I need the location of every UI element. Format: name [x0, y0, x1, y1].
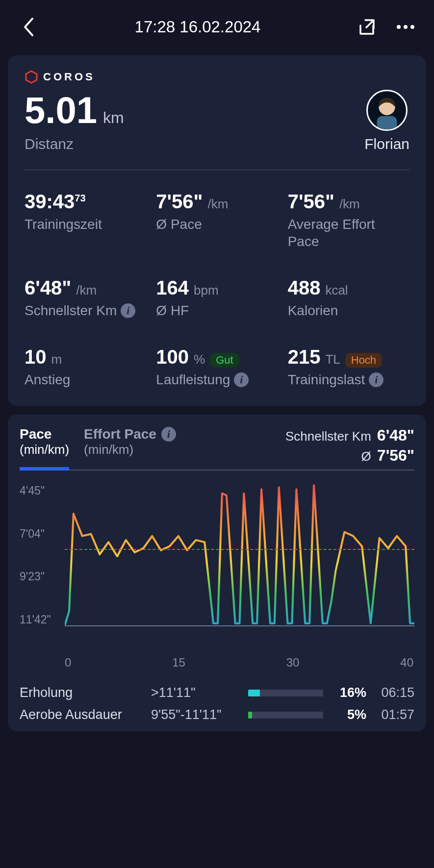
zone-fill	[248, 690, 260, 696]
info-icon[interactable]: i	[369, 372, 383, 387]
x-tick: 0	[65, 656, 71, 670]
tabs: Pace (min/km) Effort Pace i (min/km) Sch…	[20, 426, 414, 471]
info-icon[interactable]: i	[161, 427, 176, 442]
metric-value: 39:4373	[25, 191, 86, 213]
header-title: 17:28 16.02.2024	[135, 18, 261, 36]
metric-unit: %	[194, 352, 205, 367]
metric-label: Schnellster Kmi	[25, 302, 146, 319]
y-axis-labels: 4'45"7'04"9'23"11'42"	[20, 484, 64, 626]
metric-unit: /km	[208, 197, 229, 212]
avatar	[366, 90, 408, 131]
metric-label: Ø Pace	[156, 216, 278, 233]
divider	[25, 170, 409, 170]
metric-cell: 7'56"/kmAverage Effort Pace	[288, 191, 409, 250]
metric-cell: 215TLHochTrainingslasti	[288, 346, 409, 388]
chart-line	[65, 484, 414, 625]
metric-label: Average Effort Pace	[288, 216, 409, 250]
zone-pct: 5%	[332, 707, 366, 722]
zone-time: 01:57	[375, 707, 414, 722]
summary-card: COROS 5.01 km Distanz Florian 39:4373Tra…	[8, 55, 426, 406]
pace-chart[interactable]: 4'45"7'04"9'23"11'42"	[20, 484, 414, 651]
plot-area	[65, 484, 414, 626]
y-tick: 9'23"	[20, 570, 64, 583]
metric-value: 7'56"	[288, 191, 334, 213]
tab-pace[interactable]: Pace (min/km)	[20, 426, 69, 471]
svg-rect-4	[377, 116, 397, 129]
metric-unit: bpm	[194, 283, 219, 298]
zone-pct: 16%	[332, 685, 366, 700]
metric-label: Trainingslasti	[288, 371, 409, 388]
info-icon[interactable]: i	[121, 303, 135, 318]
y-tick: 7'04"	[20, 527, 64, 541]
brand-logo: COROS	[25, 70, 409, 84]
metric-cell: 100%GutLaufleistungi	[156, 346, 278, 388]
metric-unit: /km	[339, 197, 360, 212]
metric-cell: 7'56"/kmØ Pace	[156, 191, 278, 250]
x-tick: 40	[400, 656, 413, 670]
distance-unit: km	[103, 109, 124, 127]
share-button[interactable]	[356, 16, 378, 38]
metric-label: Laufleistungi	[156, 371, 278, 388]
zone-range: >11'11"	[151, 685, 239, 700]
y-tick: 11'42"	[20, 613, 64, 626]
zone-row: Aerobe Ausdauer9'55"-11'11"5%01:57	[20, 707, 414, 722]
metric-cell: 6'48"/kmSchnellster Kmi	[25, 277, 146, 319]
metric-label: Anstieg	[25, 371, 146, 388]
metric-cell: 10mAnstieg	[25, 346, 146, 388]
status-badge: Hoch	[345, 353, 382, 368]
metric-value: 7'56"	[156, 191, 203, 213]
zone-fill	[248, 712, 252, 719]
metric-value: 10	[25, 346, 47, 368]
metric-unit: m	[51, 352, 62, 367]
svg-point-2	[410, 25, 414, 29]
metric-label: Trainingszeit	[25, 216, 146, 233]
zone-time: 06:15	[375, 685, 414, 700]
metric-value: 6'48"	[25, 277, 71, 299]
header-bar: 17:28 16.02.2024	[0, 0, 434, 54]
x-tick: 30	[286, 656, 300, 670]
chart-summary: Schnellster Km 6'48" Ø 7'56"	[285, 426, 414, 470]
chart-card: Pace (min/km) Effort Pace i (min/km) Sch…	[8, 415, 426, 731]
y-tick: 4'45"	[20, 484, 64, 497]
zone-name: Erholung	[20, 685, 142, 700]
x-axis-labels: 0153040	[20, 656, 414, 670]
user-name: Florian	[364, 136, 409, 152]
avatar-icon	[368, 90, 406, 129]
back-button[interactable]	[18, 16, 39, 38]
zone-name: Aerobe Ausdauer	[20, 707, 142, 722]
zone-row: Erholung>11'11"16%06:15	[20, 685, 414, 700]
metric-cell: 488kcalKalorien	[288, 277, 409, 319]
metric-value: 488	[288, 277, 321, 299]
more-button[interactable]	[395, 16, 416, 38]
zone-bar	[248, 690, 323, 696]
x-tick: 15	[172, 656, 185, 670]
metric-cell: 39:4373Trainingszeit	[25, 191, 146, 250]
svg-point-0	[397, 25, 401, 29]
svg-marker-3	[26, 71, 37, 83]
user-block[interactable]: Florian	[364, 90, 409, 152]
zone-range: 9'55"-11'11"	[151, 707, 239, 722]
coros-icon	[25, 70, 38, 84]
chevron-left-icon	[23, 17, 34, 37]
info-icon[interactable]: i	[234, 372, 249, 387]
status-badge: Gut	[210, 353, 239, 368]
metric-value: 215	[288, 346, 321, 368]
metric-unit: TL	[325, 352, 340, 367]
share-icon	[357, 17, 377, 37]
distance-value: 5.01	[25, 92, 97, 129]
metric-unit: /km	[76, 283, 97, 298]
metric-cell: 164bpmØ HF	[156, 277, 278, 319]
svg-point-1	[404, 25, 408, 29]
more-icon	[396, 24, 415, 30]
brand-text: COROS	[43, 71, 95, 83]
metric-value: 164	[156, 277, 189, 299]
zone-rows: Erholung>11'11"16%06:15Aerobe Ausdauer9'…	[20, 685, 414, 722]
tab-effort-pace[interactable]: Effort Pace i (min/km)	[84, 426, 176, 467]
distance-label: Distanz	[25, 136, 124, 152]
metric-unit: kcal	[325, 283, 348, 298]
metrics-grid: 39:4373Trainingszeit7'56"/kmØ Pace7'56"/…	[25, 191, 409, 388]
zone-bar	[248, 712, 323, 719]
metric-label: Kalorien	[288, 302, 409, 319]
avg-line	[65, 549, 414, 550]
metric-value: 100	[156, 346, 189, 368]
